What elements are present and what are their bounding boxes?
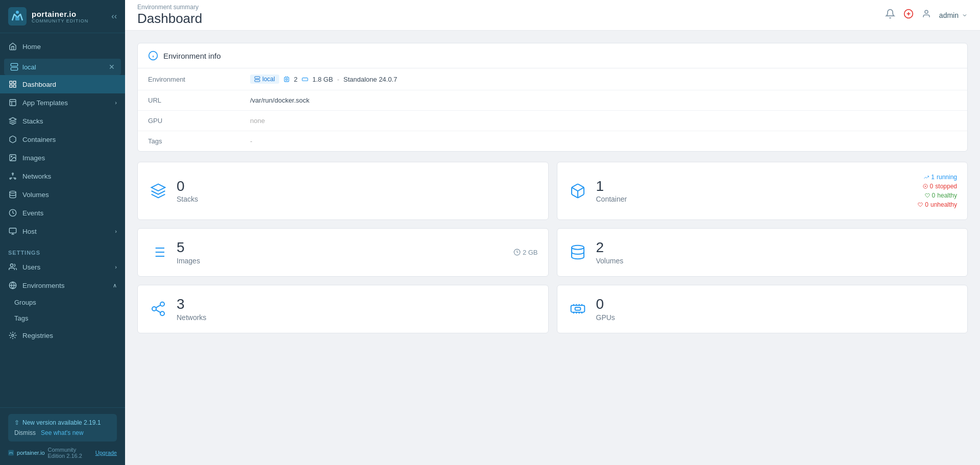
svg-point-54 [160, 302, 164, 306]
sidebar-item-dashboard[interactable]: Dashboard [0, 75, 125, 93]
containers-count: 1 [596, 179, 910, 194]
svg-rect-7 [10, 81, 12, 84]
svg-rect-4 [11, 67, 17, 70]
stacks-icon [8, 116, 17, 126]
stacks-stat-card[interactable]: 0 Stacks [137, 162, 549, 220]
svg-rect-37 [286, 78, 287, 80]
sidebar-item-networks[interactable]: Networks [0, 167, 125, 185]
portainer-branding: portainer.io Community Edition 2.16.2 Up… [8, 447, 117, 459]
sidebar-header: portainer.io COMMUNITY EDITION ‹‹ [0, 0, 125, 33]
svg-point-21 [10, 264, 13, 266]
sidebar-nav: Home local ✕ Dashboard [0, 33, 125, 407]
sidebar-item-events-label: Events [22, 209, 43, 217]
main-area: Environment summary Dashboard admin [125, 0, 980, 465]
containers-icon [8, 135, 17, 144]
svg-rect-11 [10, 100, 16, 106]
running-label: running [937, 174, 957, 181]
sidebar-item-images[interactable]: Images [0, 149, 125, 167]
env-close-button[interactable]: ✕ [109, 63, 115, 71]
volumes-icon [8, 190, 17, 199]
stacks-stat-icon [148, 181, 168, 201]
sidebar-item-networks-label: Networks [22, 173, 51, 180]
images-stat-icon [148, 242, 168, 262]
svg-rect-40 [302, 78, 308, 80]
users-icon [8, 262, 17, 272]
update-banner: ⇧ New version available 2.19.1 Dismiss S… [8, 414, 117, 442]
networks-stat-icon [148, 299, 168, 319]
sidebar-item-containers[interactable]: Containers [0, 130, 125, 149]
app-templates-chevron-icon: › [115, 100, 117, 106]
containers-stat-icon [568, 181, 588, 201]
svg-point-15 [12, 173, 14, 175]
topbar: Environment summary Dashboard admin [125, 0, 980, 31]
svg-point-14 [11, 156, 12, 157]
svg-marker-41 [152, 184, 165, 191]
env-info-row-environment: Environment local 2 1.8 GB - Standalone … [138, 68, 967, 90]
settings-label: Settings [0, 243, 125, 258]
svg-line-58 [156, 305, 160, 308]
admin-label: admin [939, 11, 959, 19]
svg-point-28 [925, 10, 928, 13]
update-banner-actions: Dismiss See what's new [14, 429, 111, 436]
env-value-url: /var/run/docker.sock [250, 96, 309, 104]
sidebar-item-environments-label: Environments [22, 282, 65, 289]
logo-area: portainer.io COMMUNITY EDITION [8, 7, 88, 26]
sidebar-item-registries[interactable]: Registries [0, 326, 125, 345]
svg-rect-59 [571, 306, 584, 312]
upgrade-link[interactable]: Upgrade [95, 450, 117, 456]
svg-point-56 [160, 312, 164, 316]
gpus-stat-card[interactable]: 0 GPUs [557, 285, 968, 333]
gpus-stat-content: 0 GPUs [596, 297, 958, 322]
footer-brand-name: portainer.io [17, 450, 44, 456]
admin-chevron-icon [962, 12, 968, 18]
logo-text: portainer.io COMMUNITY EDITION [32, 10, 88, 23]
env-info-title: Environment info [163, 52, 221, 60]
containers-stat-card[interactable]: 1 Container 1 running 0 stopped [557, 162, 968, 220]
host-chevron-icon: › [115, 228, 117, 234]
ram-icon [302, 76, 308, 83]
dismiss-button[interactable]: Dismiss [14, 429, 36, 436]
topbar-left: Environment summary Dashboard [137, 4, 202, 27]
sidebar-item-volumes-label: Volumes [22, 191, 49, 199]
svg-point-18 [10, 191, 16, 193]
env-header-left: local [10, 63, 36, 71]
images-size: 2 GB [513, 249, 538, 256]
sidebar-item-home[interactable]: Home [0, 37, 125, 56]
sidebar-footer: ⇧ New version available 2.19.1 Dismiss S… [0, 407, 125, 465]
sidebar-item-app-templates[interactable]: App Templates › [0, 93, 125, 112]
env-info-row-url: URL /var/run/docker.sock [138, 90, 967, 111]
home-icon [8, 42, 17, 51]
sidebar-item-tags-label: Tags [14, 314, 28, 322]
upgrade-icon[interactable] [903, 9, 914, 21]
volumes-stat-card[interactable]: 2 Volumes [557, 228, 968, 277]
sidebar-collapse-button[interactable]: ‹‹ [111, 12, 117, 21]
containers-healthy: 0 healthy [918, 192, 957, 199]
admin-menu-button[interactable]: admin [939, 11, 968, 19]
sidebar-item-groups[interactable]: Groups [0, 295, 125, 310]
env-standalone-version: Standalone 24.0.7 [344, 76, 398, 83]
sidebar-item-events[interactable]: Events [0, 204, 125, 222]
sidebar-item-environments[interactable]: Environments ∧ [0, 276, 125, 295]
containers-stat-meta: 1 running 0 stopped 0 healthy [918, 174, 957, 208]
env-label-tags: Tags [148, 137, 250, 145]
user-avatar-icon [922, 9, 931, 21]
sidebar-item-stacks[interactable]: Stacks [0, 112, 125, 130]
sidebar-item-volumes[interactable]: Volumes [0, 185, 125, 204]
size-icon [513, 249, 521, 256]
svg-point-16 [10, 178, 11, 179]
topbar-right: admin [885, 9, 968, 21]
svg-rect-36 [284, 77, 289, 82]
sidebar-item-groups-label: Groups [14, 299, 36, 306]
notifications-icon[interactable] [885, 9, 895, 21]
environments-chevron-icon: ∧ [113, 282, 117, 289]
whats-new-button[interactable]: See what's new [41, 429, 84, 436]
images-stat-card[interactable]: 5 Images 2 GB [137, 228, 549, 277]
env-header[interactable]: local ✕ [4, 59, 121, 75]
sidebar-item-host[interactable]: Host › [0, 222, 125, 240]
sidebar-item-tags[interactable]: Tags [0, 310, 125, 326]
networks-stat-card[interactable]: 3 Networks [137, 285, 549, 333]
content-area: Environment info Environment local 2 1.8… [125, 31, 980, 465]
events-icon [8, 208, 17, 217]
sidebar-item-users[interactable]: Users › [0, 258, 125, 276]
env-section: local ✕ Dashboard App Templates › [0, 59, 125, 240]
